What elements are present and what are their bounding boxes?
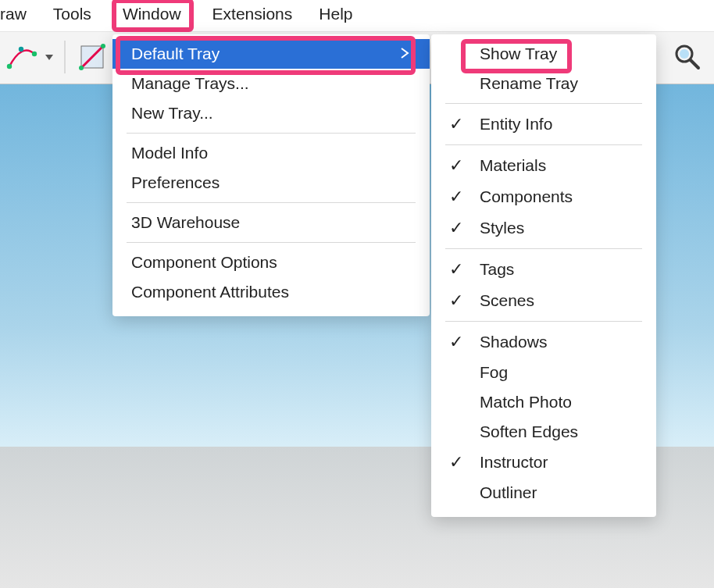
check-icon: ✓ [445,218,467,238]
submenu-match-photo[interactable]: Match Photo [431,387,656,417]
menu-help[interactable]: Help [319,5,352,23]
menu-default-tray-label: Default Tray [131,45,220,63]
submenu-match-photo-label: Match Photo [480,393,572,412]
menu-manage-trays-label: Manage Trays... [131,74,249,93]
menu-component-attributes[interactable]: Component Attributes [112,277,430,307]
menubar: raw Tools Window Extensions Help [0,0,714,31]
submenu-components[interactable]: ✓ Components [431,181,656,212]
menu-separator [127,242,416,243]
default-tray-submenu: Show Tray Rename Tray ✓ Entity Info ✓ Ma… [431,34,656,517]
menu-window-label: Window [123,5,181,23]
menu-window[interactable]: Window [118,5,186,23]
menu-separator [445,248,642,249]
submenu-materials-label: Materials [480,156,546,175]
svg-point-5 [79,66,84,70]
check-icon: ✓ [445,452,467,472]
submenu-show-tray-label: Show Tray [480,45,557,63]
submenu-components-label: Components [480,187,573,206]
menu-3d-warehouse[interactable]: 3D Warehouse [112,208,430,237]
menu-model-info[interactable]: Model Info [112,138,430,168]
svg-point-1 [32,52,37,56]
menu-separator [445,144,642,145]
submenu-tags[interactable]: ✓ Tags [431,254,656,285]
svg-point-2 [19,47,23,52]
toolbar-separator [64,41,66,73]
menu-separator [127,202,416,203]
submenu-scenes-label: Scenes [480,291,534,310]
check-icon: ✓ [445,187,467,207]
submenu-tags-label: Tags [480,260,514,279]
menu-separator [445,103,642,104]
submenu-arrow-icon [400,45,409,63]
svg-line-9 [691,60,698,68]
arc-tool-dropdown[interactable] [45,55,53,60]
submenu-shadows[interactable]: ✓ Shadows [431,326,656,358]
edge-icon [75,40,109,74]
check-icon: ✓ [445,259,467,280]
menu-3d-warehouse-label: 3D Warehouse [131,213,240,232]
svg-point-0 [7,64,12,69]
submenu-rename-tray-label: Rename Tray [480,74,578,93]
submenu-fog[interactable]: Fog [431,358,656,387]
menu-separator [445,321,642,322]
submenu-styles[interactable]: ✓ Styles [431,212,656,244]
menu-new-tray-label: New Tray... [131,104,213,123]
arc-icon [5,40,39,74]
submenu-soften-edges[interactable]: Soften Edges [431,417,656,447]
edge-tool-button[interactable] [73,38,111,76]
menu-component-options[interactable]: Component Options [112,248,430,277]
submenu-scenes[interactable]: ✓ Scenes [431,285,656,316]
menu-tools[interactable]: Tools [53,5,91,23]
menu-draw[interactable]: raw [0,5,27,23]
search-button[interactable] [669,38,706,76]
submenu-instructor-label: Instructor [480,453,548,472]
submenu-show-tray[interactable]: Show Tray [431,39,656,69]
menu-model-info-label: Model Info [131,144,208,162]
submenu-styles-label: Styles [480,219,524,237]
menu-component-attributes-label: Component Attributes [131,283,289,301]
menu-manage-trays[interactable]: Manage Trays... [112,69,430,98]
submenu-rename-tray[interactable]: Rename Tray [431,69,656,98]
svg-point-6 [101,44,105,48]
check-icon: ✓ [445,332,467,352]
submenu-entity-info-label: Entity Info [480,115,552,134]
menu-window-highlight: Window [112,0,194,32]
arc-tool-button[interactable] [3,38,41,76]
submenu-fog-label: Fog [480,363,508,382]
svg-point-8 [680,49,689,59]
check-icon: ✓ [445,155,467,176]
window-menu-dropdown: Default Tray Manage Trays... New Tray...… [112,34,430,316]
menu-separator [127,133,416,134]
check-icon: ✓ [445,290,467,311]
submenu-shadows-label: Shadows [480,333,547,351]
menu-default-tray[interactable]: Default Tray [112,39,430,69]
submenu-outliner-label: Outliner [480,483,537,502]
menu-preferences[interactable]: Preferences [112,168,430,198]
menu-preferences-label: Preferences [131,173,220,192]
submenu-instructor[interactable]: ✓ Instructor [431,447,656,478]
check-icon: ✓ [445,114,467,134]
menu-new-tray[interactable]: New Tray... [112,98,430,128]
submenu-soften-edges-label: Soften Edges [480,422,578,441]
submenu-outliner[interactable]: Outliner [431,478,656,508]
submenu-entity-info[interactable]: ✓ Entity Info [431,109,656,140]
menu-extensions[interactable]: Extensions [212,5,293,23]
submenu-materials[interactable]: ✓ Materials [431,150,656,181]
menu-component-options-label: Component Options [131,253,277,272]
search-icon [672,41,703,73]
